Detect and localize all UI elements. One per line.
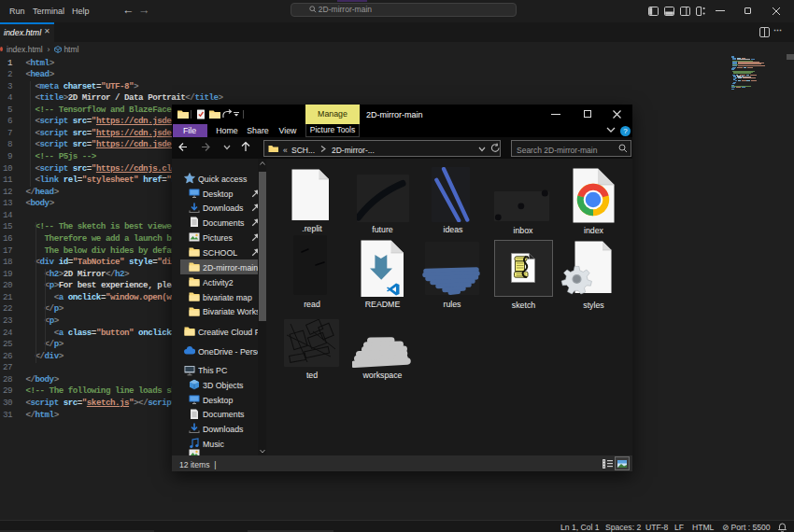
svg-text:?: ?	[623, 127, 628, 135]
